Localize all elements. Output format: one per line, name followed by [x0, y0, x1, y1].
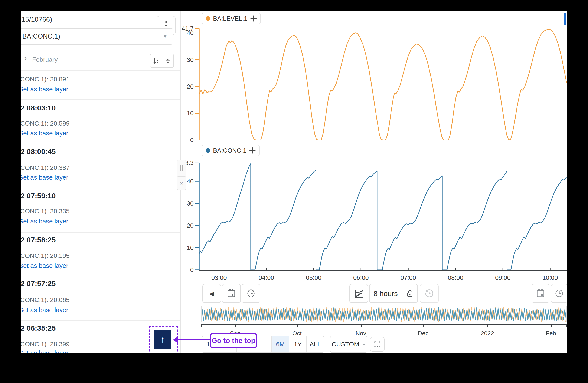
set-base-layer-link[interactable]: Set as base layer	[21, 86, 68, 93]
custom-range-button[interactable]: CUSTOM ▲	[330, 336, 368, 353]
tag-dropdown-value: BA:CONC.1)	[22, 33, 60, 40]
timeline-month-label: 2022	[481, 330, 494, 337]
svg-text:04:00: 04:00	[259, 274, 274, 281]
lock-duration-button[interactable]	[401, 285, 417, 302]
divider	[21, 53, 180, 53]
svg-text:10: 10	[187, 244, 194, 251]
set-base-layer-link[interactable]: Set as base layer	[21, 262, 68, 269]
trend-compare-icon	[354, 288, 364, 299]
group-toolbar	[150, 54, 174, 68]
custom-range-label: CUSTOM	[332, 341, 359, 348]
trend-chart-area[interactable]: 41.740302010048.340302010003:0004:0005:0…	[180, 11, 567, 326]
item-value: CONC.1): 20.335	[21, 208, 70, 215]
time-span-group: 8 hours	[369, 284, 418, 303]
panel-resize-handle[interactable]	[177, 160, 186, 177]
range-button-1y[interactable]: 1Y	[289, 336, 306, 352]
search-results-panel: 315/10766) BA:CONC.1) ▼ › February	[21, 11, 180, 353]
set-base-layer-link[interactable]: Set as base layer	[21, 306, 68, 314]
arrow-up-icon: ↑	[160, 334, 165, 345]
calendar-icon	[535, 288, 546, 299]
item-timestamp: 2 07:57:25	[21, 279, 56, 288]
fit-view-button[interactable]	[370, 337, 384, 351]
item-value: CONC.1): 20.387	[21, 164, 70, 171]
clock-icon	[246, 288, 256, 299]
go-to-top-button[interactable]: ↑	[154, 330, 171, 349]
move-icon[interactable]	[249, 147, 256, 154]
app-frame: 315/10766) BA:CONC.1) ▼ › February	[0, 0, 588, 383]
clock-icon	[554, 288, 564, 299]
month-group-label: February	[32, 56, 58, 63]
chevron-right-icon[interactable]: ›	[24, 54, 27, 62]
timeline-month-label: Feb	[546, 330, 556, 337]
divider	[21, 232, 180, 233]
tag-dropdown[interactable]: BA:CONC.1) ▼	[21, 28, 173, 45]
item-timestamp: 2 08:03:10	[21, 104, 56, 112]
svg-text:03:00: 03:00	[211, 274, 227, 281]
chevron-down-icon: ▼	[163, 34, 168, 39]
series-color-dot	[206, 148, 210, 153]
sort-descending-button[interactable]	[150, 54, 162, 67]
calendar-start-button[interactable]	[222, 284, 241, 303]
divider	[21, 70, 180, 71]
annotation-label: Go to the top	[210, 333, 257, 348]
timeline-month-tick	[551, 324, 552, 327]
svg-text:05:00: 05:00	[306, 274, 321, 281]
timeline-month-tick	[235, 324, 236, 327]
divider	[21, 144, 180, 144]
timeline-axis-line	[201, 324, 567, 325]
divider	[21, 99, 180, 100]
time-start-button[interactable]	[242, 284, 260, 303]
set-base-layer-link[interactable]: Set as base layer	[21, 349, 68, 353]
set-base-layer-link[interactable]: Set as base layer	[21, 218, 68, 225]
arrow-left-icon: ◀	[209, 290, 214, 297]
step-back-button[interactable]: ◀	[202, 284, 221, 303]
app-content: 315/10766) BA:CONC.1) ▼ › February	[21, 11, 567, 353]
svg-text:20: 20	[187, 222, 194, 229]
time-end-button[interactable]	[551, 284, 567, 303]
range-button-6m[interactable]: 6M	[272, 336, 289, 352]
series-color-dot	[206, 16, 210, 21]
overview-minimap[interactable]	[201, 306, 567, 322]
divider	[21, 320, 180, 321]
duration-button[interactable]: 8 hours	[370, 289, 401, 298]
compare-trends-button[interactable]	[349, 284, 368, 303]
range-button-all[interactable]: ALL	[306, 336, 324, 352]
unlock-icon	[405, 289, 414, 298]
svg-text:07:00: 07:00	[400, 274, 416, 281]
svg-text:0: 0	[190, 267, 194, 273]
svg-text:40: 40	[187, 30, 194, 36]
item-timestamp: 2 08:00:45	[21, 148, 56, 156]
sort-descending-icon	[152, 57, 160, 65]
timeline-month-tick	[487, 324, 488, 327]
svg-text:10:00: 10:00	[542, 274, 558, 281]
collapse-all-icon	[164, 57, 172, 65]
svg-text:20: 20	[187, 83, 194, 90]
annotation-arrow-line	[178, 339, 210, 341]
item-value: CONC.1): 20.599	[21, 120, 70, 127]
item-value: CONC.1): 28.399	[21, 341, 70, 348]
minimap-waveform	[202, 306, 566, 322]
set-base-layer-link[interactable]: Set as base layer	[21, 130, 68, 137]
svg-text:06:00: 06:00	[353, 274, 369, 281]
trend-charts-svg[interactable]: 41.740302010048.340302010003:0004:0005:0…	[180, 11, 567, 326]
move-icon[interactable]	[250, 15, 257, 22]
divider	[21, 276, 180, 276]
scrollbar-thumb[interactable]	[564, 13, 567, 25]
item-timestamp: 2 06:35:25	[21, 324, 56, 332]
results-count-title: 315/10766)	[21, 16, 52, 23]
close-panel-button[interactable]: ×	[177, 176, 186, 190]
expand-icon	[373, 340, 381, 348]
legend-chip-conc[interactable]: BA:CONC.1	[202, 145, 260, 156]
calendar-end-button[interactable]	[531, 284, 549, 303]
timeline-month-tick	[361, 324, 361, 327]
calendar-icon	[226, 288, 236, 299]
restore-time-button[interactable]	[420, 284, 439, 303]
svg-text:40: 40	[187, 178, 194, 185]
timeline-month-tick	[297, 324, 298, 327]
collapse-all-button[interactable]	[162, 54, 173, 67]
legend-chip-level[interactable]: BA:LEVEL.1	[202, 13, 261, 24]
item-value: CONC.1): 20.195	[21, 252, 70, 259]
svg-text:30: 30	[187, 56, 194, 63]
annotation-arrow-head	[173, 336, 178, 343]
set-base-layer-link[interactable]: Set as base layer	[21, 174, 68, 181]
